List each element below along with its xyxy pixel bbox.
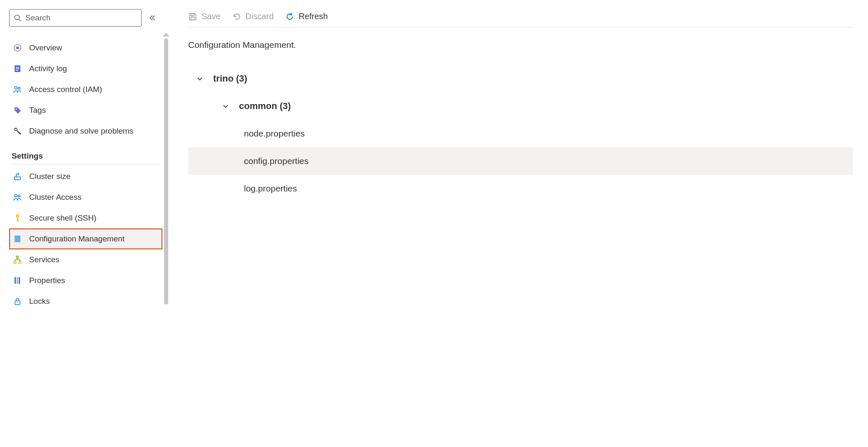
sidebar-item-locks[interactable]: Locks: [9, 291, 162, 312]
svg-rect-33: [191, 17, 195, 20]
divider: [12, 164, 160, 164]
collapse-sidebar-button[interactable]: [147, 14, 157, 22]
svg-rect-22: [14, 261, 16, 263]
key-icon: [12, 214, 22, 222]
search-icon: [14, 14, 21, 22]
svg-line-1: [19, 19, 21, 21]
scroll-thumb[interactable]: [164, 38, 168, 305]
sidebar-item-diagnose[interactable]: Diagnose and solve problems: [9, 121, 162, 142]
svg-rect-12: [15, 177, 20, 180]
svg-rect-32: [191, 13, 194, 16]
svg-rect-7: [16, 70, 18, 71]
lock-icon: [12, 297, 22, 305]
sidebar-item-cluster-access[interactable]: Cluster Access: [9, 187, 162, 208]
toolbar-label: Save: [201, 12, 221, 21]
scroll-up-icon: [163, 32, 169, 37]
search-row: [9, 9, 162, 27]
svg-point-10: [16, 109, 17, 110]
svg-point-0: [15, 15, 19, 20]
tree-leaf-label: config.properties: [244, 156, 308, 166]
access-control-icon: [12, 85, 22, 94]
sidebar-item-label: Activity log: [29, 64, 67, 73]
page-subtitle: Configuration Management.: [188, 40, 853, 50]
svg-rect-18: [18, 219, 19, 220]
toolbar: Save Discard Refresh: [188, 12, 853, 27]
sidebar-item-cluster-size[interactable]: Cluster size: [9, 166, 162, 187]
svg-rect-5: [16, 67, 19, 68]
svg-rect-19: [18, 221, 19, 221]
svg-point-3: [16, 47, 19, 50]
svg-point-14: [18, 195, 20, 197]
svg-point-16: [17, 216, 18, 217]
toolbar-label: Refresh: [298, 12, 328, 21]
search-box[interactable]: [9, 9, 142, 27]
refresh-icon: [285, 12, 294, 21]
tree-leaf-label: node.properties: [244, 129, 305, 139]
sidebar-scrollbar[interactable]: [162, 0, 170, 447]
save-button[interactable]: Save: [188, 12, 221, 21]
config-tree: trino (3) common (3) node.properties con…: [188, 65, 853, 202]
nav-top: Overview Activity log: [9, 37, 162, 312]
svg-point-9: [18, 87, 20, 89]
svg-rect-6: [16, 69, 19, 70]
overview-icon: [12, 43, 22, 52]
sidebar-item-tags[interactable]: Tags: [9, 100, 162, 121]
svg-rect-28: [15, 277, 16, 284]
tags-icon: [12, 106, 22, 114]
tree-leaf-label: log.properties: [244, 184, 297, 194]
main-content: Save Discard Refresh Configuration Manag…: [170, 0, 868, 447]
sidebar-item-label: Services: [29, 255, 60, 264]
properties-icon: [12, 276, 22, 285]
tree-node-label: trino (3): [213, 73, 247, 84]
svg-rect-23: [19, 261, 21, 263]
tree-leaf-log-properties[interactable]: log.properties: [188, 175, 853, 202]
sidebar-item-label: Overview: [29, 43, 62, 52]
settings-section-title: Settings: [9, 151, 162, 161]
sidebar-item-services[interactable]: Services: [9, 249, 162, 270]
save-icon: [188, 12, 197, 21]
svg-rect-30: [19, 277, 20, 284]
cluster-size-icon: [12, 172, 22, 181]
toolbar-label: Discard: [246, 12, 274, 21]
refresh-button[interactable]: Refresh: [285, 12, 328, 21]
svg-rect-29: [17, 277, 18, 284]
sidebar-item-configuration-management[interactable]: Configuration Management: [9, 228, 162, 249]
tree-node-common[interactable]: common (3): [188, 92, 853, 120]
sidebar-item-label: Properties: [29, 276, 65, 285]
svg-rect-20: [15, 236, 20, 242]
sidebar-item-label: Tags: [29, 106, 46, 115]
sidebar-item-properties[interactable]: Properties: [9, 270, 162, 291]
activity-log-icon: [12, 65, 22, 73]
discard-icon: [232, 12, 241, 21]
discard-button[interactable]: Discard: [232, 12, 274, 21]
sidebar-item-label: Cluster Access: [29, 193, 82, 202]
svg-point-8: [15, 87, 17, 89]
sidebar-item-label: Secure shell (SSH): [29, 214, 97, 223]
sidebar-item-label: Cluster size: [29, 172, 70, 181]
chevron-down-icon: [195, 75, 205, 82]
svg-rect-31: [15, 301, 20, 305]
configuration-icon: [12, 235, 22, 243]
sidebar-item-label: Locks: [29, 297, 50, 306]
svg-rect-21: [16, 256, 19, 258]
tree-leaf-config-properties[interactable]: config.properties: [188, 147, 853, 175]
sidebar-item-overview[interactable]: Overview: [9, 37, 162, 58]
sidebar-item-access-control[interactable]: Access control (IAM): [9, 79, 162, 100]
chevron-down-icon: [221, 103, 231, 109]
sidebar: Overview Activity log: [0, 0, 162, 447]
tree-leaf-node-properties[interactable]: node.properties: [188, 120, 853, 147]
sidebar-item-label: Configuration Management: [29, 234, 124, 243]
svg-rect-17: [17, 217, 18, 221]
cluster-access-icon: [12, 193, 22, 201]
sidebar-item-label: Access control (IAM): [29, 85, 102, 94]
sidebar-item-activity-log[interactable]: Activity log: [9, 58, 162, 79]
sidebar-item-secure-shell[interactable]: Secure shell (SSH): [9, 208, 162, 228]
svg-point-13: [15, 194, 17, 197]
search-input[interactable]: [25, 13, 137, 23]
sidebar-item-label: Diagnose and solve problems: [29, 127, 133, 136]
services-icon: [12, 256, 22, 264]
diagnose-icon: [12, 127, 22, 135]
tree-node-trino[interactable]: trino (3): [188, 65, 853, 92]
tree-node-label: common (3): [239, 101, 291, 112]
